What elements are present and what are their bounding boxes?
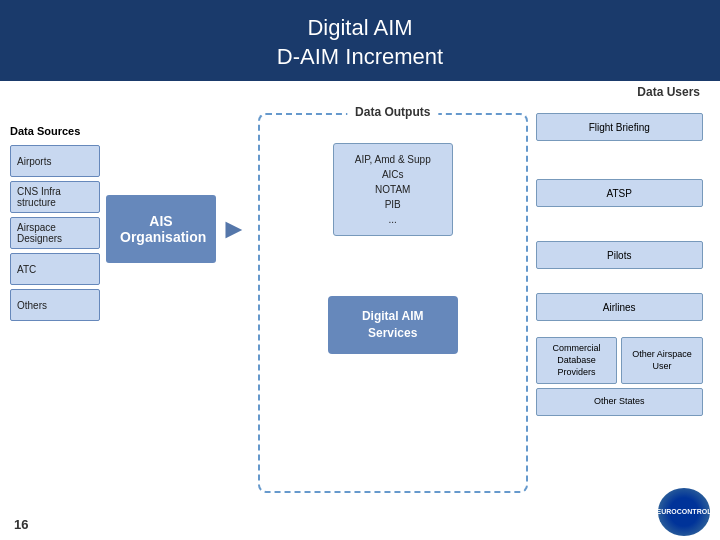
ais-org-box: AIS Organisation — [106, 195, 216, 263]
data-sources-title: Data Sources — [10, 125, 100, 137]
arrow-right-icon: ► — [220, 213, 248, 245]
data-outputs-region: Data Outputs AIP, Amd & Supp AICs NOTAM … — [258, 113, 528, 493]
data-users-column: Flight Briefing ATSP Pilots Airlines Com… — [528, 103, 703, 529]
page-title: Digital AIM D-AIM Increment — [10, 14, 710, 71]
aip-outputs-box: AIP, Amd & Supp AICs NOTAM PIB ... — [333, 143, 453, 236]
source-cns: CNS Infra structure — [10, 181, 100, 213]
data-users-label: Data Users — [0, 81, 720, 99]
atsp-box: ATSP — [536, 179, 703, 207]
pilots-box: Pilots — [536, 241, 703, 269]
source-others: Others — [10, 289, 100, 321]
page-header: Digital AIM D-AIM Increment — [0, 0, 720, 81]
main-layout: Data Sources Airports CNS Infra structur… — [0, 99, 720, 529]
source-airports: Airports — [10, 145, 100, 177]
source-airspace-designers: Airspace Designers — [10, 217, 100, 249]
other-states-box: Other States — [536, 388, 703, 416]
data-outputs-title: Data Outputs — [347, 105, 438, 119]
data-sources-column: Data Sources Airports CNS Infra structur… — [10, 103, 100, 529]
other-airspace-box: Other Airspace User — [621, 337, 703, 384]
eurocontrol-logo: EUROCONTROL — [658, 488, 710, 536]
flight-briefing-box: Flight Briefing — [536, 113, 703, 141]
ais-row: AIS Organisation ► — [106, 195, 252, 263]
airlines-box: Airlines — [536, 293, 703, 321]
bottom-boxes-row: Commercial Database Providers Other Airs… — [536, 337, 703, 384]
page-number: 16 — [14, 517, 28, 532]
commercial-db-box: Commercial Database Providers — [536, 337, 618, 384]
ais-col: AIS Organisation ► — [100, 103, 252, 529]
digital-aim-services-box: Digital AIM Services — [328, 296, 458, 354]
source-atc: ATC — [10, 253, 100, 285]
